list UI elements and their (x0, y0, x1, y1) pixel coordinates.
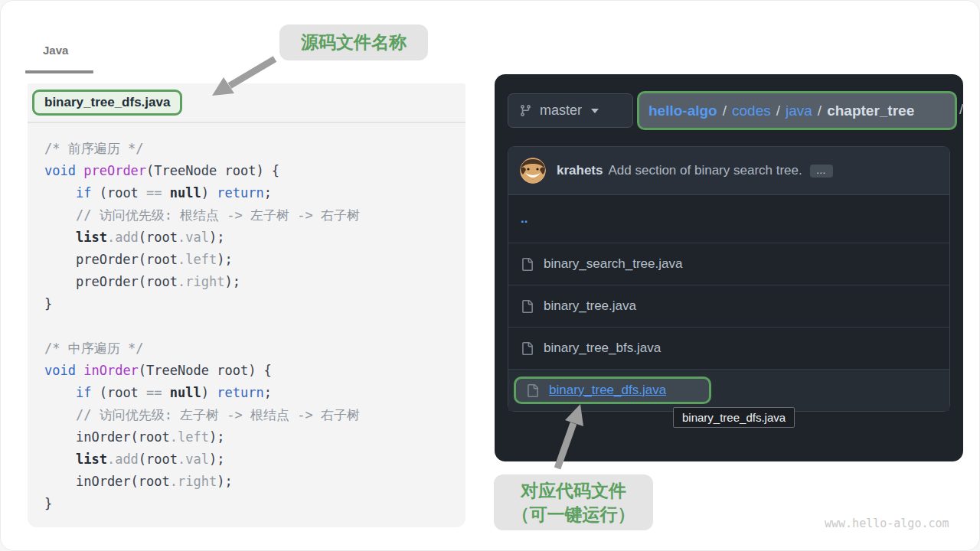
code-line: // 访问优先级: 根结点 -> 左子树 -> 右子树 (44, 204, 466, 227)
code-block: /* 前序遍历 */void preOrder(TreeNode root) {… (28, 123, 466, 515)
commit-more-button[interactable]: … (810, 165, 833, 178)
file-row-parent[interactable]: .. (508, 195, 949, 243)
breadcrumb-item-codes[interactable]: codes (732, 103, 771, 119)
code-line: /* 中序遍历 */ (44, 337, 466, 360)
annotation-code-file: 对应代码文件 （可一键运行） (494, 474, 653, 530)
file-icon (521, 258, 534, 271)
file-icon (526, 384, 539, 397)
latest-commit-row: krahets Add section of binary search tre… (508, 147, 949, 195)
link-tooltip: binary_tree_dfs.java (673, 407, 795, 428)
code-line: } (44, 493, 466, 515)
code-line: list.add(root.val); (44, 448, 466, 471)
code-line: preOrder(root.right); (44, 271, 466, 293)
annotation-source-filename: 源码文件名称 (279, 24, 428, 60)
file-link[interactable]: binary_tree_dfs.java (549, 383, 666, 398)
highlighted-file-annotation-box: binary_tree_dfs.java (514, 377, 711, 404)
annotation-code-file-line1: 对应代码文件 (494, 479, 653, 503)
file-browser: krahets Add section of binary search tre… (508, 146, 950, 412)
code-line: } (44, 293, 466, 315)
code-line: inOrder(root.left); (44, 426, 466, 448)
commit-author[interactable]: krahets (557, 163, 603, 178)
file-row[interactable]: binary_tree_dfs.java (508, 369, 949, 411)
tab-java[interactable]: Java (43, 44, 68, 57)
git-branch-icon (519, 104, 532, 117)
github-panel: master hello-algo/codes/java/chapter_tre… (495, 74, 963, 461)
branch-selector[interactable]: master (508, 93, 633, 128)
code-line: void preOrder(TreeNode root) { (44, 160, 466, 182)
breadcrumb: hello-algo/codes/java/chapter_tree (637, 91, 957, 130)
file-link[interactable]: binary_search_tree.java (544, 256, 682, 272)
code-line: inOrder(root.right); (44, 471, 466, 493)
file-row[interactable]: binary_search_tree.java (508, 243, 949, 285)
code-line (44, 315, 466, 337)
code-header: binary_tree_dfs.java (28, 83, 466, 123)
annotation-code-file-line2: （可一键运行） (494, 503, 653, 527)
avatar[interactable] (520, 158, 546, 184)
code-line: preOrder(root.left); (44, 249, 466, 271)
breadcrumb-separator: / (776, 103, 780, 119)
breadcrumb-separator: / (723, 103, 727, 119)
code-line: /* 前序遍历 */ (44, 138, 466, 160)
code-line: if (root == null) return; (44, 182, 466, 204)
breadcrumb-separator: / (818, 103, 822, 119)
tab-active-indicator (25, 70, 93, 73)
code-line: if (root == null) return; (44, 382, 466, 404)
file-icon (521, 342, 534, 355)
watermark: www.hello-algo.com (825, 517, 949, 530)
file-row[interactable]: binary_tree_bfs.java (508, 327, 949, 369)
figure-canvas: Java binary_tree_dfs.java /* 前序遍历 */void… (0, 0, 980, 551)
branch-name: master (540, 103, 582, 119)
file-link[interactable]: binary_tree_bfs.java (544, 341, 661, 356)
breadcrumb-item-hello-algo[interactable]: hello-algo (648, 103, 717, 119)
breadcrumb-item-chapter_tree: chapter_tree (827, 103, 914, 119)
chevron-down-icon (591, 109, 599, 113)
file-row[interactable]: binary_tree.java (508, 285, 949, 327)
breadcrumb-item-java[interactable]: java (786, 103, 812, 119)
file-icon (521, 300, 534, 313)
breadcrumb-trailing-slash: / (959, 101, 963, 118)
parent-directory-link[interactable]: .. (521, 211, 528, 227)
code-line: list.add(root.val); (44, 227, 466, 249)
code-panel: binary_tree_dfs.java /* 前序遍历 */void preO… (28, 83, 466, 527)
file-link[interactable]: binary_tree.java (544, 298, 636, 314)
code-filename-badge: binary_tree_dfs.java (32, 90, 182, 116)
commit-message[interactable]: Add section of binary search tree. (608, 163, 802, 178)
code-line: // 访问优先级: 左子树 -> 根结点 -> 右子树 (44, 404, 466, 426)
code-line: void inOrder(TreeNode root) { (44, 360, 466, 382)
